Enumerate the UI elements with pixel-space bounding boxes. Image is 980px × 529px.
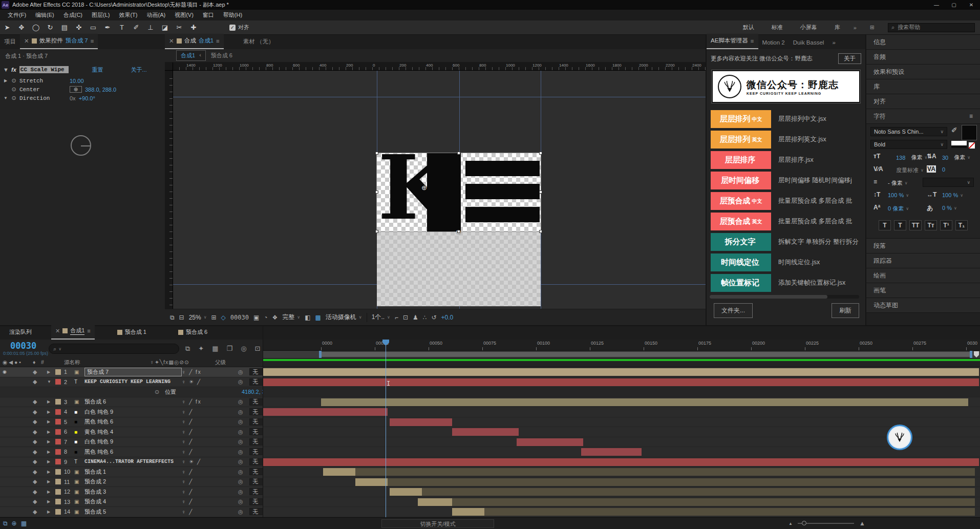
timeline-search[interactable]: ⌕ ∨ — [49, 344, 179, 354]
layer-name[interactable]: 黄色 纯色 4 — [84, 428, 182, 436]
snapshot-icon[interactable]: ▣ — [253, 314, 259, 321]
tool-icon[interactable]: ⊥ — [144, 22, 157, 33]
layer-name[interactable]: 预合成 3 — [84, 488, 182, 496]
tab-motion2[interactable]: Motion 2 — [758, 36, 789, 49]
script-button[interactable]: 拆分文字 — [711, 233, 771, 251]
layer-label-chip[interactable] — [55, 439, 61, 445]
pickwhip-icon[interactable]: ◎ — [238, 469, 249, 475]
eyedropper-icon[interactable]: ✐ — [951, 126, 957, 134]
label-group-icon[interactable]: ◆ — [29, 438, 47, 445]
collapsed-panel-header[interactable]: 库 — [866, 79, 980, 94]
layer-duration-bar[interactable] — [263, 378, 979, 386]
layer-switches[interactable]: ♀ ☀ ╱ — [182, 379, 238, 385]
layer-duration-bar[interactable] — [388, 478, 975, 486]
tab-comp1[interactable]: ✕ 合成1 ≡ — [51, 324, 95, 340]
always-preview-icon[interactable]: ⧉ — [170, 314, 175, 321]
layer-name[interactable]: 预合成 1 — [84, 468, 182, 476]
script-button[interactable]: 层层排列英文 — [711, 131, 771, 149]
goto-time-icon[interactable]: ⌐ — [395, 314, 398, 321]
workspace-item[interactable]: 库 — [835, 24, 840, 31]
layer-label-chip[interactable] — [55, 419, 61, 425]
layer-duration-bar[interactable] — [263, 458, 979, 466]
layer-label-chip[interactable] — [55, 399, 61, 405]
label-group-icon[interactable]: ◆ — [29, 458, 47, 465]
script-button[interactable]: 帧位置标记 — [711, 274, 771, 292]
about-effect-link[interactable]: 关于... — [131, 66, 147, 74]
minimize-button[interactable]: — — [928, 0, 945, 10]
label-group-icon[interactable]: ◆ — [29, 429, 47, 435]
comp-canvas[interactable]: 1400120010008006004002000200400600800100… — [165, 62, 706, 309]
layer-duration-bar[interactable] — [323, 468, 355, 476]
twirl-icon[interactable]: ▶ — [47, 470, 55, 474]
exposure-value[interactable]: +0.0 — [441, 314, 453, 321]
stopwatch-icon[interactable]: ⊙ — [155, 389, 165, 395]
pickwhip-icon[interactable]: ◎ — [238, 369, 249, 375]
grid-guides-icon[interactable]: ⊞ — [211, 314, 217, 321]
collapsed-panel-header[interactable]: 信息 — [866, 35, 980, 50]
work-area-track[interactable] — [263, 351, 980, 358]
pickwhip-icon[interactable]: ◎ — [238, 418, 249, 425]
selection-handle[interactable] — [539, 152, 542, 155]
selection-handle[interactable] — [539, 230, 542, 233]
pickwhip-icon[interactable]: ◎ — [238, 458, 249, 465]
selection-handle[interactable] — [375, 191, 378, 194]
effect-name[interactable]: CC Scale Wipe — [19, 66, 69, 73]
stroke-color-swatch[interactable] — [951, 141, 967, 148]
layer-anchor-icon[interactable]: ⊕ — [421, 184, 427, 192]
collapsed-panel-header[interactable]: 画笔 — [866, 283, 980, 298]
script-button[interactable]: 时间线定位 — [711, 253, 771, 271]
layer-switches[interactable]: ♀ ╱ — [182, 439, 238, 445]
main-viewer-icon[interactable]: ⊟ — [179, 314, 184, 321]
work-area-start-handle[interactable] — [319, 351, 322, 358]
tool-icon[interactable]: ✐ — [130, 22, 143, 33]
menu-item[interactable]: 窗口 — [198, 10, 219, 20]
baseline-shift-value[interactable]: 0 像素 — [888, 205, 904, 213]
collapsed-panel-header[interactable]: 音频 — [866, 50, 980, 65]
layer-duration-bar[interactable] — [390, 418, 452, 426]
label-group-icon[interactable]: ◆ — [29, 498, 47, 505]
panel-menu-icon[interactable]: ≡ — [87, 328, 90, 334]
center-point-button[interactable]: ⊕ — [70, 86, 82, 93]
layer-name[interactable]: 白色 纯色 9 — [84, 438, 182, 446]
status-bar-icon[interactable]: ⊕ — [12, 520, 17, 527]
pickwhip-icon[interactable]: ◎ — [238, 489, 249, 495]
pickwhip-icon[interactable]: ◎ — [238, 378, 249, 385]
layer-label-chip[interactable] — [55, 379, 61, 385]
menu-item[interactable]: 动画(A) — [142, 10, 171, 20]
layer-duration-bar[interactable] — [418, 498, 452, 506]
timeline-header-icon[interactable]: ❐ — [227, 345, 233, 353]
no-stroke-swatch[interactable] — [969, 142, 975, 149]
zoom-out-icon[interactable]: ▲ — [789, 521, 793, 526]
twirl-icon[interactable]: ▼ — [3, 67, 8, 73]
layer-name[interactable]: KEEP CURIOSITY KEEP LEARNING — [84, 379, 182, 385]
kerning-value[interactable]: 度量标准 — [896, 166, 919, 174]
magnification-dropdown[interactable]: 25%∨ — [189, 314, 207, 321]
timeline-header-icon[interactable]: ▦ — [212, 345, 218, 353]
font-family-dropdown[interactable]: Noto Sans S Chin...∨ — [870, 127, 947, 136]
layer-label-chip[interactable] — [55, 449, 61, 455]
collapsed-panel-header[interactable]: 效果和预设 — [866, 65, 980, 79]
pixel-aspect-icon[interactable]: ⊡ — [403, 314, 408, 321]
tool-icon[interactable]: ✒ — [101, 22, 114, 33]
help-search[interactable]: ⌕ 搜索帮助 — [888, 23, 975, 32]
selection-handle[interactable] — [375, 152, 378, 155]
twirl-icon[interactable]: ▶ — [47, 439, 55, 444]
twirl-icon[interactable]: ▶ — [3, 78, 8, 83]
faux-style-button[interactable]: T₁ — [955, 220, 968, 230]
font-size-value[interactable]: 138 — [896, 155, 905, 161]
panel-menu-icon[interactable]: ≡ — [751, 38, 754, 44]
layer-switches[interactable]: ♀ ╱ — [182, 449, 238, 455]
twirl-icon[interactable]: ▶ — [47, 459, 55, 464]
tab-footage[interactable]: 素材 （无） — [239, 35, 279, 49]
collapsed-panel-header[interactable]: 段落 — [866, 239, 980, 253]
show-snapshot-icon[interactable]: ◔ — [264, 314, 267, 321]
faux-style-button[interactable]: T — [879, 220, 891, 230]
pickwhip-icon[interactable]: ◎ — [238, 509, 249, 515]
pickwhip-icon[interactable]: ◎ — [238, 478, 249, 485]
more-tabs-icon[interactable]: » — [828, 36, 839, 49]
time-ruler[interactable]: 0000000250005000075001000012500150001750… — [263, 340, 980, 351]
tab-duik-bassel[interactable]: Duik Bassel — [789, 36, 828, 49]
layer-name[interactable]: 黑色 纯色 6 — [84, 448, 182, 456]
layer-name[interactable]: 预合成 4 — [84, 498, 182, 505]
reset-exposure-icon[interactable]: ↺ — [431, 314, 436, 321]
